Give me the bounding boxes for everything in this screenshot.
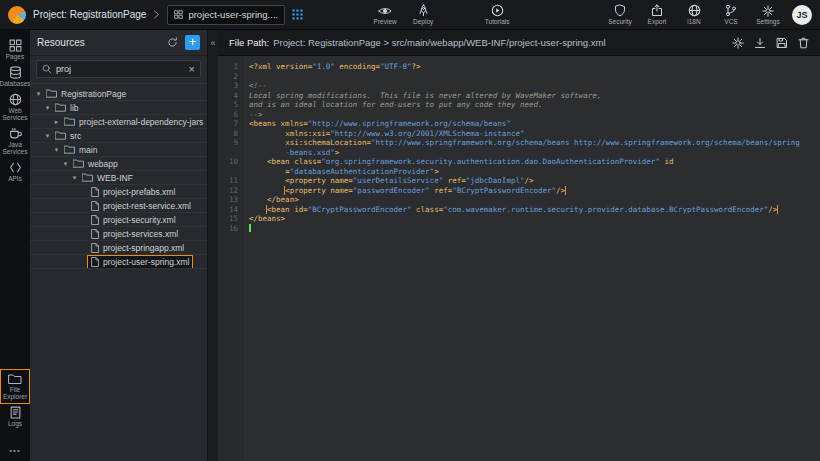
code-line[interactable]: 4Local spring modifications. This file i… [218, 91, 818, 101]
chevron-right-icon[interactable]: ▸ [52, 118, 61, 126]
chevron-down-icon[interactable]: ▾ [61, 160, 70, 168]
i18n-button[interactable]: i18N [681, 4, 707, 25]
panel-collapse-strip[interactable]: « [208, 30, 218, 461]
sidebar-item-label: Logs [8, 420, 22, 427]
sidebar-item-logs[interactable]: Logs [1, 403, 29, 430]
code-line[interactable]: 8 xmlns:xsi="http://www.w3.org/2001/XMLS… [218, 129, 818, 139]
tree-item-project-rest-service.xml[interactable]: project-rest-service.xml [30, 199, 207, 213]
open-file-tab[interactable]: project-user-spring.... [167, 5, 285, 25]
sidebar-item-label: File Explorer [1, 386, 29, 400]
code-line[interactable]: -beans.xsd"> [218, 148, 818, 158]
editor-settings-icon[interactable] [732, 37, 744, 49]
tree-item-label: lib [70, 103, 79, 113]
code-line[interactable]: 14 <bean id="BCryptPasswordEncoder" clas… [218, 205, 818, 215]
globe-icon [9, 93, 22, 106]
gutter-line-number: 14 [218, 205, 244, 215]
tree-item-project-services.xml[interactable]: project-services.xml [30, 227, 207, 241]
gutter-line-number: 5 [218, 100, 244, 110]
save-icon[interactable] [776, 37, 788, 49]
chevron-down-icon[interactable]: ▾ [43, 132, 52, 140]
pages-icon [9, 39, 22, 52]
chevron-down-icon[interactable]: ▾ [70, 174, 79, 182]
code-line[interactable]: 15</beans> [218, 214, 818, 224]
tutorials-button[interactable]: Tutorials [484, 4, 510, 25]
sidebar-item-apis[interactable]: APIs [1, 158, 29, 185]
code-line[interactable]: ="databaseAuthenticationProvider"> [218, 167, 818, 177]
tree-item-RegistrationPage[interactable]: ▾RegistrationPage [30, 87, 207, 101]
tree-item-project-external-dependency-jars[interactable]: ▸project-external-dependency-jars [30, 115, 207, 129]
tree-item-project-security.xml[interactable]: project-security.xml [30, 213, 207, 227]
search-input[interactable] [56, 64, 185, 74]
file-icon [91, 215, 99, 225]
settings-button[interactable]: Settings [755, 4, 781, 25]
export-button[interactable]: Export [644, 4, 670, 25]
code-line[interactable]: 2 [218, 72, 818, 82]
resources-header: Resources + [30, 30, 207, 56]
code-area[interactable]: 1<?xml version="1.0" encoding="UTF-8"?>2… [218, 56, 820, 461]
sidebar-item-web-services[interactable]: Web Services [1, 90, 29, 124]
file-icon [91, 257, 99, 267]
download-icon[interactable] [754, 37, 766, 49]
code-line[interactable]: 5and is an ideal location for end-users … [218, 100, 818, 110]
clear-search-icon[interactable]: × [189, 64, 195, 75]
code-line[interactable]: 12 <property name="passwordEncoder" ref=… [218, 186, 818, 196]
tree-item-project-springapp.xml[interactable]: project-springapp.xml [30, 241, 207, 255]
tree-item-project-user-spring.xml[interactable]: project-user-spring.xml [30, 255, 207, 269]
collapse-panel-icon[interactable]: « [210, 30, 215, 461]
sidebar-item-databases[interactable]: Databases [1, 63, 29, 90]
sidebar-item-java-services[interactable]: Java Services [1, 124, 29, 158]
export-icon [651, 4, 663, 17]
code-line[interactable]: 16 [218, 224, 818, 234]
chevron-right-icon [153, 10, 160, 19]
globe-icon [688, 4, 701, 17]
code-line[interactable]: 11 <property name="userDetailsService" r… [218, 176, 818, 186]
code-line[interactable]: 7<beans xmlns="http://www.springframewor… [218, 119, 818, 129]
code-line[interactable]: 9 xsi:schemaLocation="http://www.springf… [218, 138, 818, 148]
code-editor: File Path: Project: RegistrationPage > s… [218, 30, 820, 461]
refresh-icon[interactable] [167, 37, 178, 48]
security-button[interactable]: Security [607, 4, 633, 25]
preview-button[interactable]: Preview [372, 4, 398, 25]
chevron-down-icon[interactable]: ▾ [52, 146, 61, 154]
resource-tree: ▾RegistrationPage▾lib▸project-external-d… [30, 83, 207, 461]
tree-item-project-prefabs.xml[interactable]: project-prefabs.xml [30, 185, 207, 199]
sidebar-item-file-explorer[interactable]: File Explorer [1, 370, 29, 403]
code-line[interactable]: 3<!-- [218, 81, 818, 91]
eye-icon [378, 4, 392, 17]
gutter-line-number: 16 [218, 224, 244, 234]
apps-grid-icon[interactable] [292, 9, 303, 20]
gutter-line-number: 9 [218, 138, 244, 148]
user-avatar[interactable]: JS [792, 5, 812, 25]
chevron-down-icon[interactable]: ▾ [43, 104, 52, 112]
code-line[interactable]: 1<?xml version="1.0" encoding="UTF-8"?> [218, 62, 818, 72]
tree-item-webapp[interactable]: ▾webapp [30, 157, 207, 171]
open-file-name: project-user-spring.... [188, 9, 278, 20]
editor-header: File Path: Project: RegistrationPage > s… [218, 30, 820, 56]
folder-icon [73, 159, 84, 168]
gutter-line-number: 11 [218, 176, 244, 186]
gutter-line-number: 15 [218, 214, 244, 224]
sidebar-item-pages[interactable]: Pages [1, 36, 29, 63]
tree-item-WEB-INF[interactable]: ▾WEB-INF [30, 171, 207, 185]
chevron-down-icon[interactable]: ▾ [34, 90, 43, 98]
database-icon [9, 66, 22, 79]
file-path: Project: RegistrationPage > src/main/web… [273, 37, 605, 48]
vcs-button[interactable]: VCS [718, 4, 744, 25]
deploy-button[interactable]: Deploy [410, 4, 436, 25]
code-line[interactable]: 6--> [218, 110, 818, 120]
tree-item-lib[interactable]: ▾lib [30, 101, 207, 115]
sidebar-item-label: APIs [8, 175, 22, 182]
tree-item-src[interactable]: ▾src [30, 129, 207, 143]
delete-icon[interactable] [798, 37, 809, 49]
tree-item-label: project-user-spring.xml [103, 257, 189, 267]
wavemaker-logo-icon[interactable] [8, 6, 26, 24]
branch-icon [725, 4, 737, 17]
sidebar-item-label: Databases [0, 80, 31, 87]
resources-panel: Resources + × ▾RegistrationPage▾lib▸proj… [30, 30, 208, 461]
code-line[interactable]: 10 <bean class="org.springframework.secu… [218, 157, 818, 167]
more-options-button[interactable]: ••• [9, 442, 20, 461]
tree-item-main[interactable]: ▾main [30, 143, 207, 157]
add-resource-button[interactable]: + [185, 35, 200, 50]
code-line[interactable]: 13 </bean> [218, 195, 818, 205]
gutter-line-number: 10 [218, 157, 244, 167]
